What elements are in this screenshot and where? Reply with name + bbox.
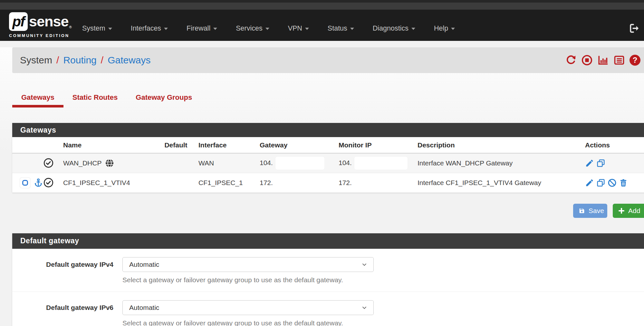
plus-icon [618, 207, 625, 214]
chevron-down-icon [411, 28, 415, 30]
chevron-down-icon [108, 28, 112, 30]
chevron-down-icon [361, 304, 368, 311]
menu-services[interactable]: Services [226, 24, 278, 33]
menu-status[interactable]: Status [318, 24, 363, 33]
pf-logo-box: pf [9, 12, 28, 31]
chevron-down-icon [350, 28, 354, 30]
gateway-name: WAN_DHCP [63, 159, 101, 167]
col-header-gateway: Gateway [260, 137, 339, 153]
main-menu: System Interfaces Firewall Services VPN … [73, 21, 464, 35]
ipv6-help-text: Select a gateway or failover gateway gro… [122, 319, 644, 326]
check-circle-icon [43, 177, 63, 188]
menu-vpn[interactable]: VPN [279, 24, 318, 33]
window-chrome-strip [0, 0, 644, 3]
default-gateway-panel-header: Default gateway [12, 233, 644, 249]
interface-cell: CF1_IPSEC_1 [198, 173, 260, 192]
stop-circle-icon[interactable] [581, 54, 593, 66]
refresh-icon[interactable] [565, 54, 577, 66]
default-gateway-ipv4-select[interactable]: Automatic [122, 257, 374, 272]
pf-logo-text: pf [12, 14, 24, 30]
chevron-down-icon [265, 28, 269, 30]
menu-interfaces[interactable]: Interfaces [121, 24, 177, 33]
col-header-name: Name [63, 137, 153, 153]
pencil-icon[interactable] [585, 159, 594, 168]
breadcrumb: System / Routing / Gateways ? [12, 47, 644, 73]
breadcrumb-separator: / [56, 55, 59, 66]
default-gateway-ipv6-select[interactable]: Automatic [122, 300, 374, 315]
default-cell [153, 153, 198, 173]
save-button[interactable]: Save [573, 204, 607, 218]
redacted-value-mask [354, 157, 408, 170]
list-icon[interactable] [613, 54, 625, 66]
check-circle-icon [43, 158, 63, 168]
chevron-down-icon [451, 28, 455, 30]
pencil-icon[interactable] [585, 178, 594, 187]
redacted-value-mask [275, 157, 324, 170]
breadcrumb-section: System [20, 55, 52, 66]
col-header-interface: Interface [198, 137, 260, 153]
gateways-panel-header: Gateways [12, 123, 644, 137]
default-gateway-ipv4-label: Default gateway IPv4 [12, 261, 122, 268]
chevron-down-icon [305, 28, 309, 30]
save-floppy-icon [578, 207, 585, 214]
panel-title: Gateways [20, 126, 56, 135]
tab-static-routes[interactable]: Static Routes [63, 93, 127, 107]
breadcrumb-link-gateways[interactable]: Gateways [108, 55, 150, 66]
table-row-wan-dhcp: WAN_DHCP WAN 104. 104. Interface WAN_DHC… [12, 153, 644, 173]
table-row-cf1-ipsec: CF1_IPSEC_1_VTIV4 CF1_IPSEC_1 172. 172. … [12, 173, 644, 192]
monitor-ip: 172. [339, 173, 418, 192]
gateway-ip: 172. [260, 173, 339, 192]
col-header-actions: Actions [585, 137, 644, 153]
breadcrumb-separator: / [101, 55, 103, 66]
description-cell: Interface CF1_IPSEC_1_VTIV4 Gateway [418, 173, 585, 192]
chevron-down-icon [361, 261, 368, 268]
tab-bar: Gateways Static Routes Gateway Groups [12, 93, 644, 107]
gateways-table: Name Default Interface Gateway Monitor I… [12, 137, 644, 193]
sense-logo-text: sense [29, 13, 69, 30]
checkbox-outline-icon[interactable] [20, 178, 30, 188]
description-cell: Interface WAN_DHCP Gateway [418, 153, 585, 173]
table-actions-row: Save Add [12, 204, 644, 218]
menu-firewall[interactable]: Firewall [177, 24, 226, 33]
help-icon[interactable]: ? [630, 55, 640, 66]
col-header-monitor: Monitor IP [339, 137, 418, 153]
menu-help[interactable]: Help [425, 24, 464, 33]
ban-icon[interactable] [608, 178, 617, 187]
tab-gateways[interactable]: Gateways [12, 93, 63, 107]
menu-system[interactable]: System [73, 24, 121, 33]
add-button[interactable]: Add [613, 204, 644, 218]
monitor-ip: 104. [339, 159, 352, 166]
form-row-ipv4: Default gateway IPv4 Automatic [12, 249, 644, 272]
col-header-default: Default [153, 137, 198, 153]
breadcrumb-link-routing[interactable]: Routing [63, 55, 96, 66]
menu-diagnostics[interactable]: Diagnostics [363, 24, 425, 33]
chevron-down-icon [213, 28, 217, 30]
default-cell [153, 173, 198, 192]
tab-gateway-groups[interactable]: Gateway Groups [127, 93, 201, 107]
panel-title: Default gateway [20, 237, 79, 245]
window-chrome-strip [0, 3, 644, 10]
top-navbar: pf sense ® COMMUNITY EDITION System Inte… [0, 10, 644, 41]
copy-icon[interactable] [596, 178, 605, 187]
default-gateway-ipv6-label: Default gateway IPv6 [12, 304, 122, 312]
ipv4-help-text: Select a gateway or failover gateway gro… [122, 276, 644, 284]
gateways-panel: Gateways Name Default Interface Gateway [12, 123, 644, 193]
pfsense-logo[interactable]: pf sense ® COMMUNITY EDITION [9, 12, 72, 38]
sign-out-icon[interactable] [629, 23, 640, 34]
default-gateway-panel: Default gateway Default gateway IPv4 Aut… [12, 233, 644, 326]
chevron-down-icon [164, 28, 168, 30]
interface-cell: WAN [198, 153, 260, 173]
trash-icon[interactable] [619, 178, 628, 187]
gateway-ip: 104. [260, 159, 273, 166]
form-row-ipv6: Default gateway IPv6 Automatic [12, 292, 644, 315]
bar-chart-icon[interactable] [597, 54, 609, 66]
globe-icon [105, 158, 114, 168]
registered-mark: ® [69, 25, 72, 29]
col-header-description: Description [418, 137, 585, 153]
copy-icon[interactable] [596, 159, 605, 168]
anchor-icon[interactable] [34, 178, 43, 188]
edition-label: COMMUNITY EDITION [9, 33, 72, 38]
gateway-name: CF1_IPSEC_1_VTIV4 [63, 173, 153, 192]
page-body: System / Routing / Gateways ? [0, 47, 644, 326]
